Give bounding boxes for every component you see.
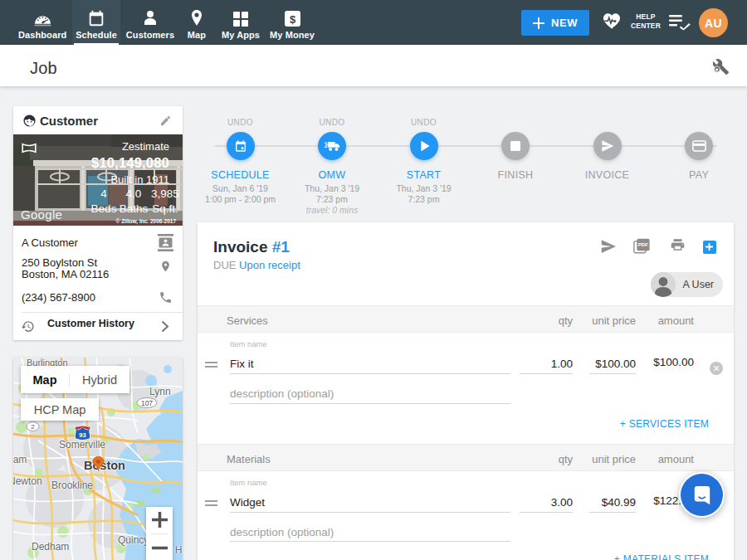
svg-text:$: $ [289, 13, 295, 26]
svg-text:PDF: PDF [638, 241, 648, 247]
svg-text:2: 2 [31, 423, 35, 431]
svg-text:107: 107 [141, 399, 153, 407]
svg-text:93: 93 [79, 431, 85, 439]
